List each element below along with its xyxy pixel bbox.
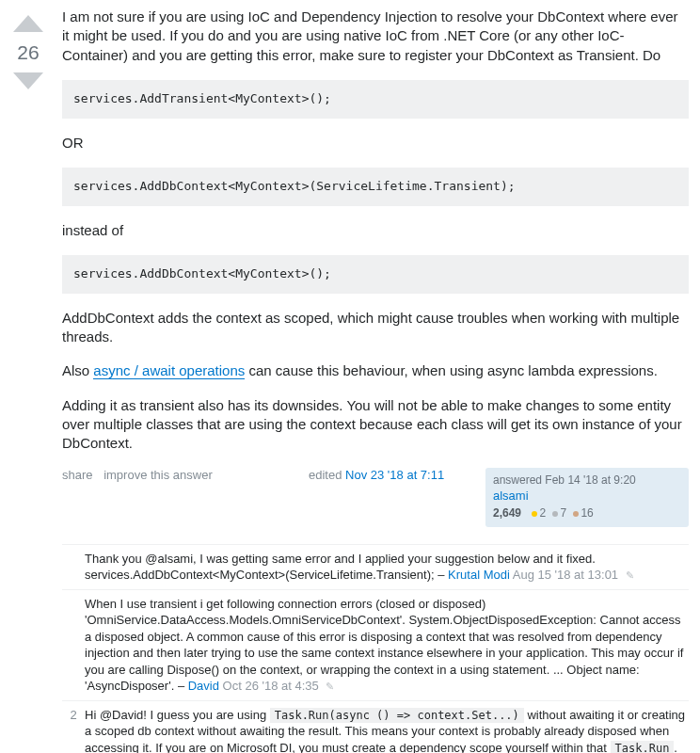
comment-time: Aug 15 '18 at 13:01 <box>513 568 618 582</box>
text: can cause this behaviour, when using asy… <box>245 362 658 378</box>
code-block: services.AddDbContext<MyContext>(Service… <box>62 168 689 206</box>
comment: When I use transient i get following con… <box>62 590 689 701</box>
edited-prefix: edited <box>309 468 345 482</box>
text: Also <box>62 362 93 378</box>
answer-container: 26 I am not sure if you are using IoC an… <box>0 0 700 753</box>
comment-score: 2 <box>62 707 85 753</box>
silver-badge-icon <box>552 511 558 517</box>
svg-marker-1 <box>13 72 43 89</box>
svg-marker-0 <box>13 15 43 32</box>
edited-time-link[interactable]: Nov 23 '18 at 7:11 <box>345 468 444 482</box>
bronze-count: 16 <box>581 506 593 520</box>
paragraph: instead of <box>62 221 689 240</box>
user-card: answered Feb 14 '18 at 9:20 alsami 2,649… <box>485 468 689 526</box>
user-stats: 2,649 2 7 16 <box>493 506 681 521</box>
vote-count: 26 <box>17 40 39 65</box>
comment-user-link[interactable]: Krutal Modi <box>448 568 510 582</box>
bronze-badge-icon <box>573 511 579 517</box>
vote-column: 26 <box>6 8 51 753</box>
comment-body: When I use transient i get following con… <box>85 596 689 695</box>
comment: Thank you @alsami, I was getting same er… <box>62 545 689 590</box>
answered-time: answered Feb 14 '18 at 9:20 <box>493 473 681 489</box>
share-link[interactable]: share <box>62 468 93 482</box>
comment: 2 Hi @David! I guess you are using Task.… <box>62 701 689 753</box>
code-block: services.AddDbContext<MyContext>(); <box>62 255 689 294</box>
improve-link[interactable]: improve this answer <box>103 468 213 482</box>
edited-info: edited Nov 23 '18 at 7:11 <box>309 468 478 484</box>
paragraph: I am not sure if you are using IoC and D… <box>62 8 689 65</box>
code-block: services.AddTransient<MyContext>(); <box>62 80 689 119</box>
comment-body: Thank you @alsami, I was getting same er… <box>85 551 689 584</box>
paragraph: Also async / await operations can cause … <box>62 361 689 380</box>
comment-text: Hi @David! I guess you are using <box>85 708 270 722</box>
inline-code: Task.Run(async () => context.Set...) <box>270 708 524 723</box>
downvote-icon[interactable] <box>11 71 45 93</box>
comment-text: When I use transient i get following con… <box>85 597 683 694</box>
action-row: share improve this answer edited Nov 23 … <box>62 468 689 526</box>
post-body: I am not sure if you are using IoC and D… <box>62 8 689 453</box>
paragraph: AddDbContext adds the context as scoped,… <box>62 309 689 347</box>
comment-time: Oct 26 '18 at 4:35 <box>223 679 319 693</box>
paragraph: Adding it as transient also has its down… <box>62 396 689 454</box>
user-name-link[interactable]: alsami <box>493 489 529 503</box>
paragraph: OR <box>62 134 689 152</box>
comment-score <box>62 551 85 584</box>
comment-score <box>62 596 85 695</box>
reputation: 2,649 <box>493 506 521 520</box>
comments-section: Thank you @alsami, I was getting same er… <box>62 544 689 754</box>
inline-code: Task.Run <box>611 741 675 753</box>
post-actions: share improve this answer <box>62 468 309 484</box>
comment-body: Hi @David! I guess you are using Task.Ru… <box>85 707 689 753</box>
edit-pencil-icon: ✎ <box>626 569 634 581</box>
post-column: I am not sure if you are using IoC and D… <box>51 8 689 753</box>
gold-badge-icon <box>532 511 537 517</box>
async-await-link[interactable]: async / await operations <box>93 362 245 379</box>
edit-pencil-icon: ✎ <box>326 681 334 692</box>
silver-count: 7 <box>560 506 566 520</box>
upvote-icon[interactable] <box>11 11 45 34</box>
gold-count: 2 <box>539 506 546 520</box>
comment-user-link[interactable]: David <box>188 679 219 693</box>
